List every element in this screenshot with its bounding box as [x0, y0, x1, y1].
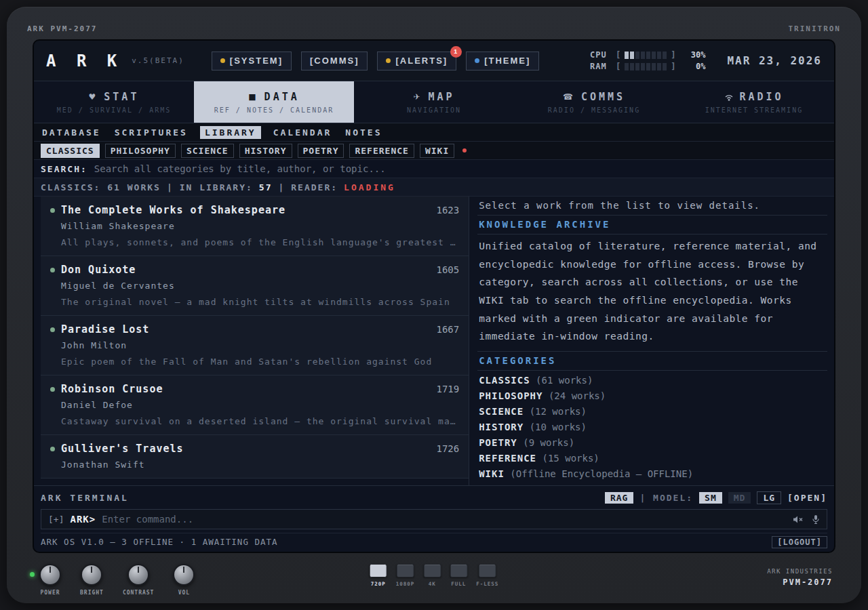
terminal-open-button[interactable]: [OPEN]: [787, 493, 827, 503]
tab-data-label: DATA: [264, 91, 300, 103]
list-item[interactable]: Paradise Lost 1667 John Milton Epic poem…: [41, 316, 469, 375]
os-status-text: ARK OS V1.0 — 3 OFFLINE · 1 AWAITING DAT…: [41, 537, 278, 547]
category-row[interactable]: SCIENCE (12 works): [479, 404, 826, 420]
tab-comms-label: COMMS: [581, 91, 625, 103]
volume-knob-label: VOL: [178, 590, 190, 596]
works-list: The Complete Works of Shakespeare 1623 W…: [41, 197, 469, 485]
brand-company: ARK INDUSTRIES: [767, 568, 833, 575]
volume-knob[interactable]: [173, 564, 195, 586]
category-row[interactable]: PHILOSOPHY (24 works): [479, 388, 826, 404]
category-tab-philosophy[interactable]: PHILOSOPHY: [105, 144, 176, 158]
brightness-knob-label: BRIGHT: [80, 590, 104, 596]
category-tab-wiki[interactable]: WIKI: [420, 144, 454, 158]
category-row[interactable]: REFERENCE (15 works): [479, 451, 826, 466]
work-year: 1726: [436, 443, 459, 454]
speaker-muted-icon[interactable]: [793, 515, 804, 524]
work-author: John Milton: [61, 340, 459, 350]
tab-stat-sub: MED / SURVIVAL / ARMS: [57, 106, 171, 114]
search-input[interactable]: [94, 163, 827, 174]
model-md-button[interactable]: MD: [728, 492, 751, 504]
tab-map[interactable]: ✈ MAP NAVIGATION: [354, 81, 514, 123]
tab-stat[interactable]: ♥ STAT MED / SURVIVAL / ARMS: [34, 81, 194, 123]
subnav-database[interactable]: DATABASE: [41, 126, 102, 139]
category-row[interactable]: WIKI (Offline Encyclopedia — OFFLINE): [479, 466, 826, 482]
available-indicator-icon: [50, 268, 55, 272]
category-tab-science[interactable]: SCIENCE: [181, 144, 234, 158]
work-author: William Shakespeare: [61, 221, 459, 231]
phone-icon: ☎: [563, 93, 576, 101]
reader-label: READER:: [291, 182, 338, 192]
category-tab-classics[interactable]: CLASSICS: [41, 144, 100, 158]
subnav-scriptures[interactable]: SCRIPTURES: [113, 126, 189, 139]
category-tab-poetry[interactable]: POETRY: [298, 144, 344, 158]
model-sm-button[interactable]: SM: [699, 492, 722, 504]
search-label: SEARCH:: [41, 164, 87, 174]
work-title: Don Quixote: [61, 264, 136, 276]
categories-list: CLASSICS (61 works) PHILOSOPHY (24 works…: [477, 371, 827, 484]
data-cartridge-icon: ■: [248, 93, 258, 101]
categories-heading: CATEGORIES: [477, 352, 827, 371]
alerts-button[interactable]: [ALERTS] 1: [377, 52, 456, 70]
tab-data[interactable]: ■ DATA REF / NOTES / CALENDAR: [194, 81, 354, 123]
alerts-count-badge: 1: [450, 46, 462, 58]
category-row[interactable]: POETRY (9 works): [479, 435, 826, 451]
microphone-icon[interactable]: [812, 514, 820, 525]
ram-bar: [625, 63, 667, 70]
subnav-library[interactable]: LIBRARY: [200, 126, 261, 139]
res-button-1080p[interactable]: [396, 564, 414, 577]
power-knob[interactable]: [39, 564, 61, 586]
cpu-meter: CPU [ ] 30%: [590, 50, 705, 60]
tab-map-label: MAP: [428, 91, 454, 103]
system-meters: CPU [ ] 30% RAM [ ] 0%: [590, 50, 705, 71]
theme-button[interactable]: [THEME]: [466, 52, 539, 70]
detail-hint: Select a work from the list to view deta…: [477, 197, 827, 216]
rag-toggle[interactable]: RAG: [605, 492, 633, 504]
command-input[interactable]: [102, 514, 787, 525]
res-button-4k[interactable]: [423, 564, 441, 577]
list-item[interactable]: Don Quixote 1605 Miguel de Cervantes The…: [41, 256, 469, 316]
brightness-knob[interactable]: [81, 564, 102, 586]
list-item[interactable]: The Complete Works of Shakespeare 1623 W…: [41, 197, 469, 256]
category-tab-reference[interactable]: REFERENCE: [349, 144, 414, 158]
list-item[interactable]: Gulliver's Travels 1726 Jonathan Swift: [41, 435, 469, 479]
work-title: The Complete Works of Shakespeare: [61, 204, 285, 216]
tab-comms[interactable]: ☎ COMMS RADIO / MESSAGING: [514, 81, 674, 123]
logout-button[interactable]: [LOGOUT]: [772, 536, 827, 548]
category-row[interactable]: HISTORY (10 works): [479, 420, 826, 435]
contrast-knob[interactable]: [127, 564, 149, 586]
res-button-720p[interactable]: [370, 564, 387, 577]
contrast-knob-label: CONTRAST: [123, 590, 155, 596]
alerts-button-label: [ALERTS]: [395, 56, 448, 66]
work-description: The original novel — a mad knight tilts …: [61, 297, 459, 307]
category-row[interactable]: CLASSICS (61 works): [479, 373, 826, 388]
tab-stat-label: STAT: [104, 91, 139, 103]
available-indicator-icon: [50, 447, 55, 451]
in-library-label: IN LIBRARY:: [180, 182, 253, 192]
category-tab-history[interactable]: HISTORY: [239, 144, 292, 158]
tab-radio[interactable]: RADIO INTERNET STREAMING: [674, 81, 834, 123]
comms-button[interactable]: [COMMS]: [301, 52, 368, 70]
monitor-bezel: ARK PVM-2077 TRINITRON A R K v.5(BETA) […: [7, 7, 861, 603]
works-count: CLASSICS: 61 WORKS: [41, 182, 161, 192]
res-button-frameless[interactable]: [479, 564, 496, 577]
available-indicator-icon: [50, 327, 55, 332]
bezel-brand-label: TRINITRON: [788, 24, 841, 33]
model-lg-button[interactable]: LG: [757, 491, 781, 504]
list-item[interactable]: Robinson Crusoe 1719 Daniel Defoe Castaw…: [41, 375, 469, 435]
theme-status-dot-icon: [475, 58, 479, 63]
wiki-offline-dot-icon: [462, 148, 467, 152]
model-label: | MODEL:: [639, 493, 693, 503]
search-row: SEARCH:: [34, 160, 834, 178]
tab-data-sub: REF / NOTES / CALENDAR: [214, 106, 334, 114]
app-version: v.5(BETA): [132, 56, 184, 65]
brand-model: PVM-2077: [767, 577, 833, 587]
heart-icon: ♥: [89, 93, 99, 101]
power-knob-label: POWER: [40, 590, 60, 596]
subnav-calendar[interactable]: CALENDAR: [272, 126, 334, 139]
reader-status: LOADING: [344, 182, 395, 192]
system-button[interactable]: [SYSTEM]: [212, 52, 292, 70]
power-led-icon: [30, 572, 35, 577]
res-button-full[interactable]: [450, 564, 467, 577]
subnav-notes[interactable]: NOTES: [344, 126, 383, 139]
work-year: 1605: [436, 264, 459, 275]
